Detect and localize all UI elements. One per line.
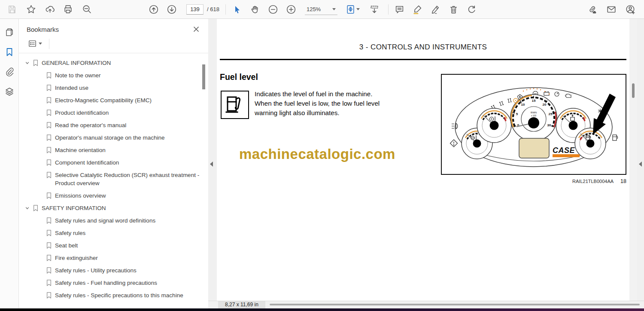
bookmark-icon [5, 47, 14, 57]
bookmark-ribbon-icon [46, 267, 52, 274]
collapse-sidebar-icon[interactable] [210, 162, 213, 167]
window-bottom-edge [0, 308, 644, 311]
bookmark-item[interactable]: Safety rules and signal word definitions [19, 214, 208, 227]
bookmark-item[interactable]: Machine orientation [19, 144, 208, 156]
bookmark-item[interactable]: Safety rules - Fuel handling precautions [19, 277, 208, 289]
rotate-button[interactable] [464, 2, 480, 17]
previous-page-button[interactable] [146, 2, 161, 17]
save-button[interactable] [4, 2, 20, 17]
bookmark-item-label: Selective Catalytic Reduction (SCR) exha… [55, 171, 201, 187]
close-panel-button[interactable] [192, 25, 200, 34]
bookmark-item-label: Note to the owner [55, 71, 101, 79]
bookmark-ribbon-icon [46, 229, 52, 237]
account-add-icon [625, 4, 635, 15]
pages-icon [5, 27, 14, 37]
bookmark-item-label: Electro-Magnetic Compatibility (EMC) [55, 96, 152, 104]
status-bar: 8,27 x 11,69 in [208, 301, 644, 308]
rotate-icon [467, 4, 477, 14]
zoom-in-button[interactable] [283, 2, 299, 17]
bookmark-item[interactable]: Safety rules [19, 227, 208, 239]
bookmark-item[interactable]: Intended use [19, 82, 208, 94]
share-cloud-button[interactable] [42, 2, 58, 17]
next-page-button[interactable] [164, 2, 179, 17]
attachments-button[interactable] [1, 64, 18, 80]
bookmarks-panel-title: Bookmarks [27, 26, 59, 33]
main-toolbar: / 618 125% [0, 0, 644, 19]
account-button[interactable] [623, 2, 638, 17]
right-panel-splitter[interactable] [637, 19, 644, 301]
vertical-scrollbar-thumb[interactable] [632, 83, 635, 98]
bookmarks-options-button[interactable] [26, 38, 45, 49]
sign-button[interactable] [428, 2, 444, 17]
body-line: Indicates the level of fuel in the machi… [255, 89, 422, 99]
bookmark-item[interactable]: Safety rules - Specific precautions to t… [19, 289, 208, 302]
bookmark-item[interactable]: Operator's manual storage on the machine [19, 131, 208, 144]
zoom-out-button[interactable] [265, 2, 281, 17]
bookmark-ribbon-icon [46, 134, 52, 141]
bookmark-item-label: SAFETY INFORMATION [42, 204, 106, 212]
chevron-down-icon [356, 8, 360, 10]
cursor-icon [232, 5, 242, 14]
printer-icon [63, 4, 73, 14]
bookmark-item[interactable]: Read the operator's manual [19, 119, 208, 131]
bookmark-item-label: Read the operator's manual [55, 121, 126, 129]
bookmarks-options-row [19, 37, 208, 53]
bookmark-ribbon-icon [33, 204, 39, 212]
bookmark-item-label: Intended use [55, 84, 88, 92]
layers-button[interactable] [1, 83, 18, 100]
comment-icon [395, 4, 404, 14]
fit-page-button[interactable] [343, 2, 362, 17]
bookmark-item[interactable]: Note to the owner [19, 69, 208, 82]
continuous-scroll-button[interactable] [367, 2, 382, 17]
bookmark-item[interactable]: Component Identification [19, 156, 208, 169]
page-number-input[interactable] [186, 4, 204, 15]
bookmark-ribbon-icon [46, 171, 52, 179]
horizontal-scrollbar-thumb[interactable] [270, 304, 640, 305]
print-button[interactable] [60, 2, 76, 17]
email-button[interactable] [604, 2, 619, 17]
bookmark-item[interactable]: GENERAL INFORMATION [19, 57, 208, 69]
page-number-label: 18 [620, 178, 626, 184]
delete-button[interactable] [446, 2, 462, 17]
minus-circle-icon [268, 4, 278, 15]
hand-tool-button[interactable] [247, 2, 263, 17]
share-link-button[interactable] [585, 2, 600, 17]
svg-text:5: 5 [516, 112, 518, 116]
bookmark-item[interactable]: Selective Catalytic Reduction (SCR) exha… [19, 169, 208, 189]
favorites-button[interactable] [23, 2, 39, 17]
vertical-scrollbar[interactable] [629, 19, 637, 301]
collapse-right-panel-icon[interactable] [639, 162, 642, 167]
link-icon [587, 4, 598, 15]
chevron-down-icon [332, 8, 336, 10]
bookmark-ribbon-icon [46, 84, 52, 91]
page-size-label: 8,27 x 11,69 in [218, 301, 265, 308]
select-tool-button[interactable] [229, 2, 245, 17]
bookmark-item[interactable]: SAFETY INFORMATION [19, 202, 208, 214]
bookmarks-scrollbar-thumb[interactable] [202, 64, 205, 89]
bookmark-item[interactable]: Fire extinguisher [19, 252, 208, 264]
svg-text:20: 20 [543, 103, 547, 107]
search-more-button[interactable] [79, 2, 94, 17]
bookmark-ribbon-icon [46, 192, 52, 199]
bookmark-item-label: Safety rules - Fuel handling precautions [55, 279, 157, 287]
trash-icon [449, 4, 459, 14]
star-icon [26, 4, 36, 14]
bookmark-item[interactable]: Seat belt [19, 239, 208, 252]
bookmarks-panel-header: Bookmarks [19, 19, 208, 37]
bookmarks-panel-button[interactable] [1, 44, 18, 60]
highlight-button[interactable] [410, 2, 425, 17]
options-divider [49, 39, 49, 49]
bookmark-item[interactable]: Emissions overview [19, 189, 208, 202]
page-thumbnails-button[interactable] [1, 24, 18, 40]
bookmark-ribbon-icon [46, 72, 52, 79]
comment-button[interactable] [392, 2, 407, 17]
zoom-level-dropdown[interactable]: 125% [305, 4, 337, 15]
svg-text:10: 10 [521, 103, 525, 107]
bookmark-item[interactable]: Product identification [19, 107, 208, 119]
sidebar-splitter[interactable] [208, 19, 217, 301]
chapter-header: 3 - CONTROLS AND INSTRUMENTS [217, 43, 629, 52]
bookmark-item[interactable]: Safety rules - Utility precautions [19, 264, 208, 277]
bookmark-item-label: Safety rules [55, 229, 85, 237]
bookmark-item[interactable]: Electro-Magnetic Compatibility (EMC) [19, 94, 208, 107]
bookmark-ribbon-icon [46, 292, 52, 299]
